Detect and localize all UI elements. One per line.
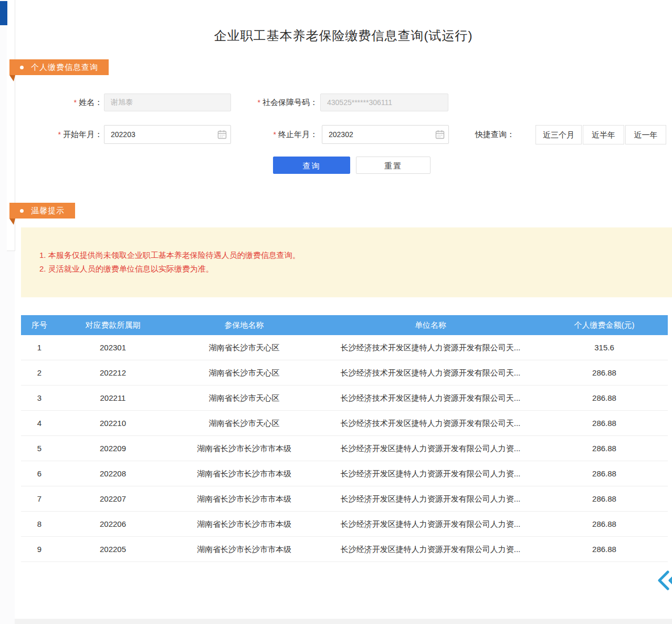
header-cell-personal-amount: 个人缴费金额(元) (541, 315, 668, 335)
cell-personal-amount: 286.88 (541, 486, 668, 511)
cell-personal-amount: 315.6 (541, 335, 668, 360)
reset-button[interactable]: 重置 (356, 157, 430, 174)
notice-line-1: 1. 本服务仅提供尚未领取企业职工基本养老保险待遇人员的缴费信息查询。 (39, 248, 300, 262)
cell-personal-amount: 286.88 (541, 411, 668, 435)
bullet-icon (20, 209, 24, 213)
cell-fee-period: 202210 (58, 411, 168, 435)
header-cell-unit-name: 单位名称 (320, 315, 541, 335)
cell-personal-amount: 286.88 (541, 461, 668, 486)
cell-unit-name: 长沙经济技术开发区捷特人力资源开发有限公司天... (320, 360, 541, 385)
page-title: 企业职工基本养老保险缴费信息查询(试运行) (15, 27, 672, 44)
bottom-divider (15, 619, 672, 624)
cell-personal-amount: 286.88 (541, 436, 668, 461)
section-badge-label: 温馨提示 (31, 206, 65, 216)
section-badge-label: 个人缴费信息查询 (31, 63, 98, 72)
payment-table: 序号 对应费款所属期 参保地名称 单位名称 个人缴费金额(元) 1 202301… (21, 315, 668, 562)
cell-insured-place: 湖南省长沙市天心区 (168, 411, 320, 435)
cell-personal-amount: 286.88 (541, 537, 668, 561)
name-input (104, 93, 231, 111)
cell-fee-period: 202208 (58, 461, 168, 486)
required-asterisk: * (274, 130, 276, 139)
table-row: 6 202208 湖南省长沙市长沙市市本级 长沙经济开发区捷特人力资源开发有限公… (21, 461, 668, 486)
cell-index: 6 (21, 461, 58, 486)
cell-index: 3 (21, 386, 58, 410)
quick-option-last-half-year[interactable]: 近半年 (583, 125, 624, 144)
social-security-number-input (320, 93, 448, 111)
cell-index: 2 (21, 360, 58, 385)
required-asterisk: * (74, 98, 77, 107)
cell-unit-name: 长沙经济技术开发区捷特人力资源开发有限公司天... (320, 335, 541, 360)
cell-fee-period: 202301 (58, 335, 168, 360)
cell-unit-name: 长沙经济开发区捷特人力资源开发有限公司人力资... (320, 537, 541, 561)
calendar-icon[interactable] (217, 130, 227, 139)
table-row: 9 202205 湖南省长沙市长沙市市本级 长沙经济开发区捷特人力资源开发有限公… (21, 537, 668, 562)
cell-unit-name: 长沙经济开发区捷特人力资源开发有限公司人力资... (320, 461, 541, 486)
bullet-icon (20, 66, 24, 69)
notice-line-2: 2. 灵活就业人员的缴费单位信息以实际缴费为准。 (39, 262, 214, 276)
cell-insured-place: 湖南省长沙市天心区 (168, 360, 320, 385)
ribbon-fold-triangle (9, 75, 15, 81)
end-month-input[interactable] (322, 125, 449, 144)
table-row: 2 202212 湖南省长沙市天心区 长沙经济技术开发区捷特人力资源开发有限公司… (21, 360, 668, 386)
cell-fee-period: 202212 (58, 360, 168, 385)
ssn-label: *社会保障号码： (234, 98, 318, 107)
cell-unit-name: 长沙经济技术开发区捷特人力资源开发有限公司天... (320, 411, 541, 435)
table-row: 7 202207 湖南省长沙市长沙市市本级 长沙经济开发区捷特人力资源开发有限公… (21, 486, 668, 512)
cell-fee-period: 202205 (58, 537, 168, 561)
start-month-label: *开始年月： (42, 130, 102, 139)
cell-index: 5 (21, 436, 58, 461)
cell-index: 7 (21, 486, 58, 511)
cell-index: 1 (21, 335, 58, 360)
cell-unit-name: 长沙经济技术开发区捷特人力资源开发有限公司天... (320, 386, 541, 410)
table-row: 4 202210 湖南省长沙市天心区 长沙经济技术开发区捷特人力资源开发有限公司… (21, 411, 668, 436)
sidebar-blue-tab[interactable] (0, 1, 7, 25)
cell-fee-period: 202206 (58, 512, 168, 536)
notice-box: 1. 本服务仅提供尚未领取企业职工基本养老保险待遇人员的缴费信息查询。 2. 灵… (21, 227, 672, 297)
collapse-panel-control[interactable] (657, 569, 672, 592)
header-cell-insured-place: 参保地名称 (168, 315, 320, 335)
quick-option-last-3-months[interactable]: 近三个月 (536, 125, 582, 144)
cell-insured-place: 湖南省长沙市天心区 (168, 335, 320, 360)
cell-unit-name: 长沙经济开发区捷特人力资源开发有限公司人力资... (320, 512, 541, 536)
section-badge-personal-payment-query: 个人缴费信息查询 (9, 59, 109, 75)
cell-personal-amount: 286.88 (541, 512, 668, 536)
cell-personal-amount: 286.88 (541, 360, 668, 385)
table-row: 8 202206 湖南省长沙市长沙市市本级 长沙经济开发区捷特人力资源开发有限公… (21, 512, 668, 537)
cell-fee-period: 202209 (58, 436, 168, 461)
table-row: 5 202209 湖南省长沙市长沙市市本级 长沙经济开发区捷特人力资源开发有限公… (21, 436, 668, 461)
calendar-icon[interactable] (435, 130, 445, 139)
cell-insured-place: 湖南省长沙市天心区 (168, 386, 320, 410)
query-button[interactable]: 查询 (273, 157, 350, 174)
header-cell-index: 序号 (21, 315, 58, 335)
cell-insured-place: 湖南省长沙市长沙市市本级 (168, 486, 320, 511)
required-asterisk: * (258, 98, 260, 107)
cell-index: 9 (21, 537, 58, 561)
cell-insured-place: 湖南省长沙市长沙市市本级 (168, 512, 320, 536)
cell-fee-period: 202207 (58, 486, 168, 511)
section-badge-tips: 温馨提示 (9, 203, 75, 219)
cell-unit-name: 长沙经济开发区捷特人力资源开发有限公司人力资... (320, 486, 541, 511)
end-month-label: *终止年月： (234, 130, 318, 139)
table-row: 3 202211 湖南省长沙市天心区 长沙经济技术开发区捷特人力资源开发有限公司… (21, 386, 668, 411)
header-cell-fee-period: 对应费款所属期 (58, 315, 168, 335)
cell-fee-period: 202211 (58, 386, 168, 410)
cell-insured-place: 湖南省长沙市长沙市市本级 (168, 436, 320, 461)
start-month-input[interactable] (104, 125, 231, 144)
table-row: 1 202301 湖南省长沙市天心区 长沙经济技术开发区捷特人力资源开发有限公司… (21, 335, 668, 360)
required-asterisk: * (58, 130, 61, 139)
name-label: *姓名： (42, 98, 102, 107)
table-header-row: 序号 对应费款所属期 参保地名称 单位名称 个人缴费金额(元) (21, 315, 668, 335)
page: 企业职工基本养老保险缴费信息查询(试运行) 个人缴费信息查询 *姓名： *社会保… (0, 0, 672, 624)
ribbon-fold-triangle (9, 219, 15, 225)
double-chevron-left-icon[interactable] (657, 569, 672, 592)
cell-index: 8 (21, 512, 58, 536)
cell-unit-name: 长沙经济开发区捷特人力资源开发有限公司人力资... (320, 436, 541, 461)
cell-personal-amount: 286.88 (541, 386, 668, 410)
quick-query-label: 快捷查询： (475, 130, 530, 139)
cell-insured-place: 湖南省长沙市长沙市市本级 (168, 461, 320, 486)
cell-index: 4 (21, 411, 58, 435)
quick-option-last-year[interactable]: 近一年 (625, 125, 666, 144)
cell-insured-place: 湖南省长沙市长沙市市本级 (168, 537, 320, 561)
